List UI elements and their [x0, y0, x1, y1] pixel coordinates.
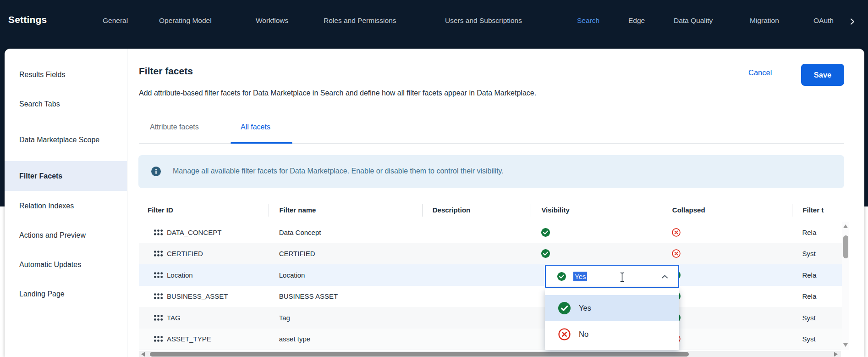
- check-circle-icon[interactable]: [541, 228, 550, 237]
- table-row-business-asset: BUSINESS_ASSETBUSINESS ASSET Rela: [139, 286, 846, 307]
- sidebar-item-data-marketplace-scope[interactable]: Data Marketplace Scope: [5, 118, 127, 161]
- nav-item-general[interactable]: General: [103, 17, 128, 25]
- page-description: Add attribute-based filter facets for Da…: [139, 89, 536, 97]
- filter-name-cell: BUSINESS ASSET: [269, 292, 422, 300]
- check-circle-icon[interactable]: [541, 249, 550, 258]
- collapsed-cell: [662, 228, 792, 237]
- filter-name-cell: Location: [269, 271, 422, 279]
- info-icon: [151, 167, 161, 176]
- drag-handle-icon[interactable]: [154, 335, 163, 342]
- filter-name-cell: asset type: [269, 335, 422, 343]
- banner-text: Manage all available filter facets for D…: [173, 167, 504, 175]
- nav-item-migration[interactable]: Migration: [750, 17, 779, 25]
- sidebar-item-results-fields[interactable]: Results Fields: [5, 60, 127, 89]
- combobox-selected-value: Yes: [573, 272, 587, 281]
- sidebar-item-search-tabs[interactable]: Search Tabs: [5, 89, 127, 118]
- page-title: Filter facets: [139, 66, 193, 77]
- nav-item-search[interactable]: Search: [577, 17, 599, 25]
- visibility-dropdown-menu: Yes No: [545, 289, 679, 350]
- table-row-tag: TAGTag Syst: [139, 307, 846, 329]
- nav-item-data-quality[interactable]: Data Quality: [674, 17, 713, 25]
- sidebar-item-automatic-updates[interactable]: Automatic Updates: [5, 250, 127, 279]
- scroll-down-arrow-icon[interactable]: [843, 343, 848, 347]
- filter-name-cell: CERTIFIED: [269, 250, 422, 257]
- drag-handle-icon[interactable]: [154, 272, 163, 279]
- collapsed-cell: [662, 335, 792, 343]
- sidebar-item-relation-indexes[interactable]: Relation Indexes: [5, 191, 127, 220]
- table-row-location: LocationLocation Rela: [139, 264, 846, 286]
- sidebar-item-label: Filter Facets: [19, 169, 62, 183]
- filter-id-text: Location: [167, 271, 193, 279]
- horizontal-scrollbar-thumb[interactable]: [150, 352, 689, 357]
- column-header-description: Description: [422, 204, 531, 217]
- collapsed-cell: [662, 249, 792, 258]
- table-header-row: Filter IDFilter nameDescriptionVisibilit…: [139, 202, 846, 218]
- filter-id-text: TAG: [167, 314, 181, 322]
- filter-type-cell: Rela: [792, 229, 846, 236]
- nav-item-workflows[interactable]: Workflows: [256, 17, 288, 25]
- check-circle-icon: [557, 272, 566, 281]
- table-row-data-concept: DATA_CONCEPTData Concept Rela: [139, 222, 846, 243]
- x-circle-icon[interactable]: [672, 249, 681, 258]
- top-nav: Settings GeneralOperating ModelWorkflows…: [0, 0, 868, 49]
- filter-id-cell: TAG: [139, 314, 269, 322]
- sidebar-item-actions-and-preview[interactable]: Actions and Preview: [5, 220, 127, 250]
- sidebar-item-label: Actions and Preview: [19, 228, 86, 242]
- save-button[interactable]: Save: [801, 64, 844, 86]
- scroll-left-arrow-icon[interactable]: [141, 352, 145, 357]
- drag-handle-icon[interactable]: [154, 250, 163, 257]
- filter-type-cell: Rela: [792, 292, 846, 300]
- sidebar-item-filter-facets[interactable]: Filter Facets: [5, 161, 127, 191]
- filter-facets-table: Filter IDFilter nameDescriptionVisibilit…: [139, 202, 846, 350]
- column-header-collapsed: Collapsed: [662, 204, 792, 217]
- sidebar-item-label: Automatic Updates: [19, 257, 81, 272]
- sidebar-divider: [127, 49, 127, 357]
- table-row-asset-type: ASSET_TYPEasset type Syst: [139, 329, 846, 350]
- nav-item-users-and-subscriptions[interactable]: Users and Subscriptions: [445, 17, 522, 25]
- nav-item-oauth[interactable]: OAuth: [813, 17, 834, 25]
- chevron-up-icon[interactable]: [661, 274, 668, 279]
- dropdown-option-yes[interactable]: Yes: [545, 295, 679, 321]
- filter-id-cell: BUSINESS_ASSET: [139, 292, 269, 300]
- nav-item-operating-model[interactable]: Operating Model: [159, 17, 212, 25]
- x-circle-icon[interactable]: [672, 228, 681, 237]
- filter-id-cell: CERTIFIED: [139, 250, 269, 257]
- filter-type-cell: Syst: [792, 335, 846, 343]
- info-banner: Manage all available filter facets for D…: [138, 155, 844, 188]
- sidebar-item-landing-page[interactable]: Landing Page: [5, 279, 127, 308]
- sidebar-item-label: Results Fields: [19, 67, 65, 82]
- scroll-right-arrow-icon[interactable]: [834, 352, 838, 357]
- visibility-editor-combobox[interactable]: Yes: [545, 265, 679, 288]
- table-body: DATA_CONCEPTData Concept Rela CERTIFIEDC…: [139, 222, 846, 350]
- filter-id-cell: Location: [139, 271, 269, 279]
- filter-name-cell: Data Concept: [269, 229, 422, 236]
- drag-handle-icon[interactable]: [154, 314, 163, 321]
- filter-id-cell: ASSET_TYPE: [139, 335, 269, 343]
- collapsed-cell: [662, 313, 792, 322]
- visibility-cell: [531, 228, 662, 237]
- collapsed-cell: [662, 292, 792, 301]
- drag-handle-icon[interactable]: [154, 293, 163, 300]
- dropdown-option-label: No: [579, 330, 588, 339]
- drag-handle-icon[interactable]: [154, 229, 163, 236]
- x-circle-icon: [558, 328, 571, 340]
- column-header-filter-t: Filter t: [792, 204, 846, 217]
- filter-type-cell: Syst: [792, 314, 846, 322]
- collapsed-cell: [662, 271, 792, 279]
- chevron-right-icon[interactable]: [848, 17, 857, 26]
- dropdown-option-label: Yes: [579, 304, 591, 312]
- nav-item-roles-and-permissions[interactable]: Roles and Permissions: [324, 17, 396, 25]
- cancel-button[interactable]: Cancel: [748, 68, 772, 77]
- vertical-scrollbar[interactable]: [842, 222, 849, 350]
- dropdown-option-no[interactable]: No: [545, 321, 679, 347]
- horizontal-scrollbar[interactable]: [139, 351, 841, 357]
- tab-all-facets[interactable]: All facets: [241, 123, 270, 131]
- check-circle-icon: [558, 302, 571, 314]
- nav-item-edge[interactable]: Edge: [628, 17, 645, 25]
- column-header-visibility: Visibility: [531, 204, 661, 217]
- vertical-scrollbar-thumb[interactable]: [843, 235, 848, 258]
- tab-attribute-facets[interactable]: Attribute facets: [150, 123, 199, 131]
- table-bottom-border: [139, 350, 841, 350]
- filter-id-text: BUSINESS_ASSET: [167, 292, 228, 300]
- scroll-up-arrow-icon[interactable]: [843, 224, 848, 228]
